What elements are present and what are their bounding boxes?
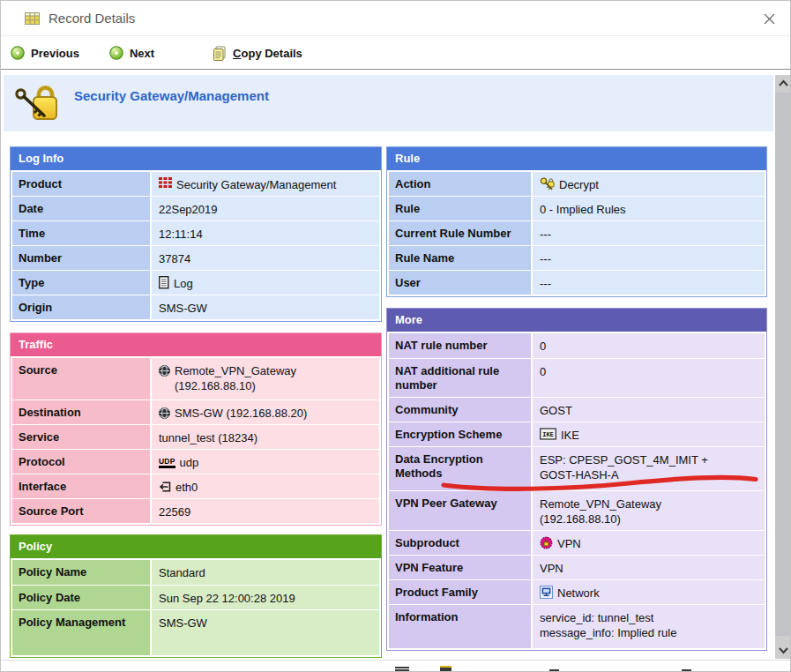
table-row: Service tunnel_test (18234) xyxy=(12,424,379,449)
network-icon xyxy=(540,586,553,599)
globe-icon xyxy=(159,407,170,419)
log-document-icon xyxy=(159,276,169,289)
previous-label: Previous xyxy=(31,47,79,60)
interface-icon xyxy=(159,482,171,492)
table-row: Policy Management SMS-GW xyxy=(12,609,379,655)
table-row: Type Log xyxy=(12,270,379,295)
next-button[interactable]: Next xyxy=(109,46,154,60)
vpn-lock-icon xyxy=(540,536,553,549)
toolbar: Previous Next Co xyxy=(1,37,790,70)
table-row: Protocol UDP udp xyxy=(12,449,379,474)
record-type-title: Security Gateway/Management xyxy=(74,88,269,103)
cutoff-glyph xyxy=(395,667,409,672)
table-row: User --- xyxy=(389,270,765,295)
data-encryption-methods-value: ESP: CPESP_GOST_4M_IMIT +GOST-HASH-A xyxy=(533,447,765,490)
more-section: More NAT rule number 0 NAT additional ru… xyxy=(386,308,767,651)
table-row: Source Port 22569 xyxy=(12,498,379,523)
title-bar: Record Details xyxy=(1,1,790,36)
copy-details-icon xyxy=(213,46,227,61)
lock-and-key-icon xyxy=(14,82,62,123)
table-row: Source Remote_VPN_Gateway(192.168 xyxy=(12,358,379,399)
section-header: Traffic xyxy=(11,333,381,356)
table-row: Number 37874 xyxy=(12,245,379,270)
svg-text:IKE: IKE xyxy=(542,431,554,438)
table-row: Origin SMS-GW xyxy=(12,295,379,319)
next-label: Next xyxy=(130,47,154,60)
next-icon xyxy=(109,46,123,60)
table-row: Rule 0 - Implied Rules xyxy=(389,196,765,220)
section-header: Log Info xyxy=(11,147,381,170)
scroll-down-icon[interactable] xyxy=(775,643,791,659)
table-row: NAT rule number 0 xyxy=(389,333,765,358)
table-row: Rule Name --- xyxy=(389,245,765,270)
table-row: VPN Feature VPN xyxy=(389,555,765,579)
table-row: Data Encryption Methods ESP: CPESP_GOST_… xyxy=(389,446,765,490)
rule-section: Rule Action xyxy=(386,146,767,297)
section-header: Rule xyxy=(387,147,766,170)
traffic-section: Traffic Source xyxy=(10,332,382,526)
table-row: Encryption Scheme IKE IKE xyxy=(389,422,765,446)
right-column: Rule Action xyxy=(386,146,767,651)
cutoff-glyph xyxy=(440,666,451,672)
table-row: NAT additional rule number 0 xyxy=(389,358,765,397)
close-icon[interactable] xyxy=(759,10,779,27)
window-title: Record Details xyxy=(49,11,135,26)
previous-button[interactable]: Previous xyxy=(11,46,79,60)
table-row: Information service_id: tunnel_testmessa… xyxy=(389,604,765,648)
ike-icon: IKE xyxy=(540,428,556,440)
log-info-section: Log Info Product xyxy=(10,146,382,322)
table-row: Community GOST xyxy=(389,397,765,422)
table-row: Subproduct VPN xyxy=(389,530,765,555)
scrollbar-thumb[interactable] xyxy=(775,93,791,636)
table-row: Date 22Sep2019 xyxy=(12,196,379,220)
table-row: Product xyxy=(12,172,379,196)
vertical-scrollbar[interactable] xyxy=(775,75,791,659)
section-header: More xyxy=(387,309,766,332)
table-row: Policy Date Sun Sep 22 12:00:28 2019 xyxy=(12,585,379,609)
copy-details-button[interactable]: Copy Details xyxy=(213,46,302,61)
table-row: Time 12:11:14 xyxy=(12,220,379,245)
decrypt-key-icon xyxy=(540,177,555,190)
table-row: Policy Name Standard xyxy=(12,560,379,585)
table-row: Product Family xyxy=(389,579,765,604)
table-row: VPN Peer Gateway Remote_VPN_Gateway(192.… xyxy=(389,490,765,530)
left-column: Log Info Product xyxy=(10,146,382,658)
record-details-window: Record Details Previous xyxy=(0,0,791,672)
product-grid-icon xyxy=(159,177,172,188)
table-row: Action Decrypt xyxy=(389,172,765,196)
record-content: Security Gateway/Management Log Info Pro… xyxy=(1,71,790,660)
previous-icon xyxy=(11,46,25,60)
table-row: Current Rule Number --- xyxy=(389,220,765,245)
record-header-band: Security Gateway/Management xyxy=(4,75,773,131)
bottom-cutoff-strip xyxy=(1,660,791,672)
copy-details-label: Copy Details xyxy=(233,47,302,60)
udp-icon: UDP xyxy=(159,458,175,467)
section-header: Policy xyxy=(11,535,381,558)
globe-icon xyxy=(159,365,170,377)
table-row: Destination SMS-GW (192.168.88.20 xyxy=(12,399,379,424)
scroll-up-icon[interactable] xyxy=(775,75,791,91)
record-details-icon xyxy=(25,12,40,25)
policy-section: Policy Policy Name Standard Policy Date … xyxy=(10,534,382,658)
table-row: Interface eth0 xyxy=(12,474,379,498)
